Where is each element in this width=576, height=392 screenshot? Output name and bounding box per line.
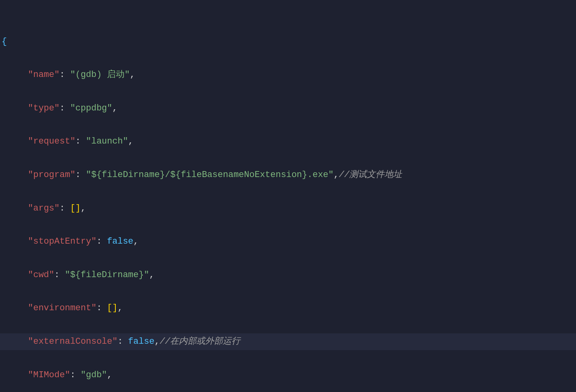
code-line[interactable]: "MIMode": "gdb", [0, 367, 576, 384]
json-key: "program" [28, 170, 75, 180]
code-editor[interactable]: { "name": "(gdb) 启动", "type": "cppdbg", … [0, 0, 576, 392]
comment: //在内部或外部运行 [160, 337, 240, 347]
json-string: "${fileDirname}" [65, 270, 149, 280]
open-bracket: [ [107, 303, 112, 313]
code-line[interactable]: "environment": [], [0, 300, 576, 317]
code-line[interactable]: "stopAtEntry": false, [0, 233, 576, 250]
json-string: "launch" [86, 136, 128, 146]
code-line[interactable]: "cwd": "${fileDirname}", [0, 267, 576, 284]
close-bracket: ] [112, 303, 117, 313]
json-key: "name" [28, 70, 59, 80]
json-string: "gdb" [81, 370, 107, 380]
code-line[interactable]: "program": "${fileDirname}/${fileBasenam… [0, 167, 576, 183]
json-key: "request" [28, 136, 75, 146]
json-string: "${fileDirname}/${fileBasenameNoExtensio… [86, 170, 334, 180]
json-key: "MIMode" [28, 370, 70, 380]
close-bracket: ] [75, 203, 81, 213]
json-string: "cppdbg" [70, 103, 113, 113]
json-key: "cwd" [28, 270, 54, 280]
json-key: "externalConsole" [28, 337, 117, 347]
json-key: "args" [28, 203, 59, 213]
code-line[interactable]: { [0, 33, 576, 50]
code-line[interactable]: "args": [], [0, 200, 576, 217]
json-key: "type" [28, 103, 59, 113]
json-boolean: false [128, 337, 154, 347]
code-line[interactable]: "request": "launch", [0, 133, 576, 150]
json-key: "environment" [28, 303, 97, 313]
code-line-active[interactable]: "externalConsole": false,//在内部或外部运行 [0, 333, 576, 350]
open-brace: { [2, 37, 7, 47]
code-line[interactable]: "type": "cppdbg", [0, 100, 576, 117]
json-boolean: false [107, 236, 133, 246]
code-line[interactable]: "name": "(gdb) 启动", [0, 67, 576, 83]
json-string: "(gdb) 启动" [70, 70, 130, 80]
json-key: "stopAtEntry" [28, 236, 97, 246]
comment: //测试文件地址 [339, 170, 402, 180]
open-bracket: [ [70, 203, 75, 213]
